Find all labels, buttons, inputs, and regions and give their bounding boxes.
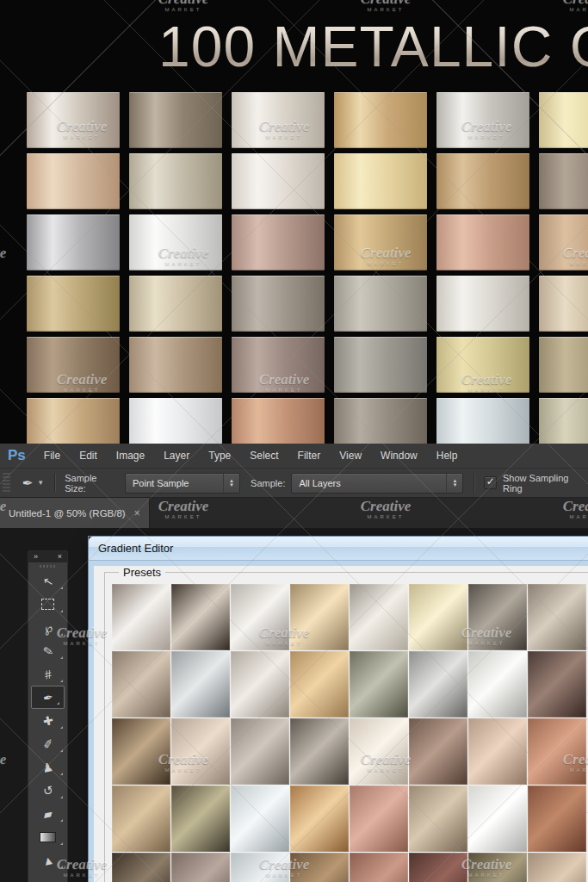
- gradient-preset[interactable]: [231, 651, 289, 717]
- lasso-tool[interactable]: ℘: [28, 616, 67, 639]
- gradient-preset[interactable]: [290, 584, 349, 650]
- gradient-preset[interactable]: [290, 853, 349, 882]
- metallic-gradient-swatch: [27, 214, 120, 270]
- sample-size-dropdown[interactable]: Point Sample ▲▼: [125, 473, 240, 494]
- menu-item-select[interactable]: Select: [240, 450, 288, 462]
- flyout-indicator-icon: [57, 702, 59, 705]
- blur-icon: ▲: [40, 852, 55, 868]
- brush-tool[interactable]: ✐: [28, 732, 67, 755]
- menu-item-view[interactable]: View: [330, 450, 371, 462]
- menu-item-layer[interactable]: Layer: [154, 450, 199, 462]
- flyout-indicator-icon: [60, 749, 63, 752]
- gradient-preset[interactable]: [112, 584, 170, 650]
- options-grip-handle[interactable]: [3, 473, 10, 494]
- gradient-preset[interactable]: [528, 584, 586, 650]
- gradient-preset[interactable]: [231, 786, 289, 852]
- gradient-preset[interactable]: [350, 651, 408, 717]
- dialog-title-bar[interactable]: Gradient Editor: [89, 537, 588, 561]
- gradient-preset[interactable]: [290, 786, 349, 852]
- photoshop-logo: Ps: [8, 447, 26, 464]
- gradient-preset[interactable]: [171, 853, 230, 882]
- gradient-preset[interactable]: [528, 786, 586, 852]
- show-sampling-ring-checkbox[interactable]: ✓: [484, 476, 497, 489]
- panel-grip[interactable]: [28, 562, 67, 569]
- metallic-gradient-swatch: [27, 153, 120, 209]
- gradient-preset[interactable]: [112, 786, 170, 852]
- healing-brush-tool[interactable]: ✚: [28, 709, 67, 732]
- tool-list: ↖℘✎#✒✚✐♟↺▰▲: [28, 569, 67, 872]
- gradient-preset[interactable]: [112, 853, 170, 882]
- crop-icon: #: [43, 667, 53, 681]
- gradient-preset[interactable]: [409, 584, 467, 650]
- eyedropper-tool[interactable]: ✒: [31, 686, 65, 709]
- menu-item-file[interactable]: File: [34, 450, 70, 462]
- history-brush-tool[interactable]: ↺: [28, 779, 67, 802]
- photoshop-window: Ps FileEditImageLayerTypeSelectFilterVie…: [0, 444, 588, 882]
- gradient-preset-grid: [112, 584, 588, 882]
- flyout-indicator-icon: [60, 633, 63, 636]
- menu-item-help[interactable]: Help: [427, 450, 467, 462]
- clone-stamp-tool[interactable]: ♟: [28, 755, 67, 779]
- blur-tool[interactable]: ▲: [28, 848, 67, 872]
- gradient-preset[interactable]: [350, 718, 408, 785]
- close-icon[interactable]: ×: [134, 507, 140, 519]
- menu-item-image[interactable]: Image: [107, 450, 154, 462]
- gradient-preset[interactable]: [171, 786, 230, 852]
- gradient-preset[interactable]: [171, 651, 230, 717]
- tool-preset-button[interactable]: ✒ ▼: [22, 475, 45, 491]
- gradient-preset[interactable]: [528, 718, 586, 785]
- gradient-preset[interactable]: [468, 853, 527, 882]
- check-icon: ✓: [486, 475, 495, 488]
- metallic-gradient-swatch: [334, 92, 427, 148]
- crop-tool[interactable]: #: [28, 662, 67, 686]
- gradient-preset[interactable]: [112, 651, 170, 717]
- quick-selection-tool[interactable]: ✎: [28, 639, 67, 662]
- menu-item-filter[interactable]: Filter: [288, 450, 331, 462]
- collapse-panel-icon[interactable]: »: [34, 553, 38, 561]
- spinner-icon: ▲▼: [446, 474, 462, 493]
- gradient-preset[interactable]: [112, 718, 170, 785]
- menu-item-window[interactable]: Window: [371, 450, 427, 462]
- spinner-icon: ▲▼: [223, 474, 239, 493]
- metallic-gradient-swatch: [436, 337, 529, 393]
- flyout-indicator-icon: [60, 680, 63, 682]
- flyout-indicator-icon: [60, 610, 63, 612]
- move-tool[interactable]: ↖: [28, 569, 67, 593]
- document-tab[interactable]: Untitled-1 @ 50% (RGB/8) ×: [0, 498, 150, 528]
- gradient-tool[interactable]: [28, 825, 67, 848]
- gradient-preset[interactable]: [468, 786, 527, 852]
- gradient-preset[interactable]: [350, 786, 408, 852]
- gradient-preset[interactable]: [231, 718, 289, 785]
- sample-dropdown[interactable]: All Layers ▲▼: [291, 473, 463, 494]
- dialog-body: Presets: [94, 566, 588, 882]
- gradient-preset[interactable]: [528, 651, 586, 717]
- menu-item-type[interactable]: Type: [199, 450, 240, 462]
- gradient-preset[interactable]: [409, 853, 467, 882]
- gradient-preset[interactable]: [409, 651, 467, 717]
- close-panel-icon[interactable]: ×: [58, 553, 62, 561]
- flyout-indicator-icon: [60, 866, 63, 868]
- gradient-preset[interactable]: [468, 718, 527, 785]
- eraser-tool[interactable]: ▰: [28, 802, 67, 825]
- gradient-preset[interactable]: [468, 651, 527, 717]
- gradient-preset[interactable]: [171, 584, 230, 650]
- document-tab-title: Untitled-1 @ 50% (RGB/8): [9, 508, 126, 519]
- gradient-preset[interactable]: [528, 853, 586, 882]
- menu-item-edit[interactable]: Edit: [70, 450, 107, 462]
- gradient-preset[interactable]: [171, 718, 230, 785]
- gradient-preset[interactable]: [231, 584, 289, 650]
- metallic-gradient-swatch: [27, 92, 120, 148]
- gradient-preset[interactable]: [290, 651, 349, 717]
- gradient-preset[interactable]: [231, 853, 289, 882]
- gradient-preset[interactable]: [409, 786, 467, 852]
- gradient-preset[interactable]: [409, 718, 467, 785]
- gradient-preset[interactable]: [290, 718, 349, 785]
- gradient-preset[interactable]: [468, 584, 527, 650]
- gradient-editor-dialog: Gradient Editor Presets: [89, 537, 588, 882]
- healing-brush-icon: ✚: [41, 712, 54, 728]
- metallic-gradient-swatch: [539, 153, 588, 209]
- eyedropper-icon: ✒: [22, 475, 34, 491]
- gradient-preset[interactable]: [350, 853, 408, 882]
- marquee-tool[interactable]: [28, 593, 67, 616]
- gradient-preset[interactable]: [350, 584, 408, 650]
